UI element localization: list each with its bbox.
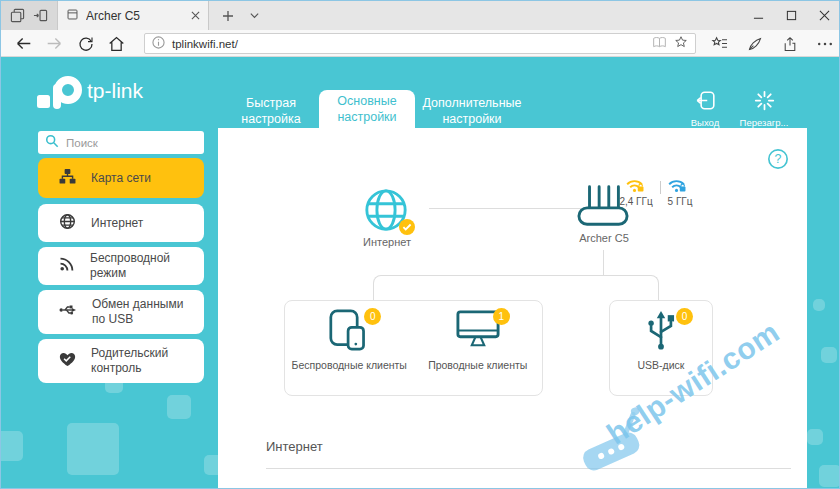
favorites-hub-icon[interactable] — [711, 36, 728, 51]
reading-view-icon[interactable] — [652, 35, 667, 53]
tab-basic-settings[interactable]: Основные настройки — [319, 90, 415, 128]
router-admin-page: tp-link Быстрая настройка Основные настр… — [1, 57, 840, 489]
sidebar-item-label: Обмен данными по USB — [92, 297, 204, 327]
reboot-button[interactable]: Перезагр... — [736, 90, 792, 128]
wired-clients-label: Проводные клиенты — [428, 359, 527, 372]
sidebar-item-parental-control[interactable]: Родительский контроль — [38, 339, 204, 383]
browser-tab-bar: Archer C5 — [1, 1, 840, 30]
band-5ghz-label: 5 ГГц — [662, 196, 698, 207]
svg-text:tp-link: tp-link — [87, 79, 144, 102]
network-map-icon — [59, 168, 76, 189]
parental-control-icon — [59, 352, 76, 371]
tab-preview-icon[interactable] — [10, 8, 25, 23]
wireless-clients-icon — [329, 309, 369, 355]
annotate-pen-icon[interactable] — [747, 36, 763, 52]
search-icon — [45, 134, 59, 152]
sidebar-item-network-map[interactable]: Карта сети — [38, 158, 204, 198]
decor-square — [807, 429, 823, 445]
window-controls — [742, 1, 840, 30]
decor-square — [821, 347, 837, 363]
chevron-down-icon[interactable] — [241, 1, 267, 30]
internet-node-label: Интернет — [337, 236, 437, 248]
wired-clients-button[interactable]: 1 Проводные клиенты — [414, 301, 543, 395]
logout-button[interactable]: Выход — [682, 90, 728, 128]
connector-bracket — [373, 275, 659, 301]
share-icon[interactable] — [782, 36, 798, 52]
sidebar-search[interactable] — [38, 131, 204, 154]
sidebar-item-label: Карта сети — [91, 171, 204, 186]
globe-icon — [59, 213, 76, 234]
tab-title: Archer C5 — [86, 9, 184, 23]
band-2-4ghz-label: 2,4 ГГц — [612, 196, 660, 207]
svg-text:?: ? — [775, 152, 782, 166]
site-info-icon[interactable] — [152, 35, 165, 53]
tab-close-icon[interactable] — [191, 11, 200, 20]
minimize-icon[interactable] — [742, 1, 775, 30]
router-icon — [577, 213, 629, 230]
decor-square — [1, 431, 23, 461]
maximize-icon[interactable] — [775, 1, 808, 30]
sidebar-item-label: Интернет — [91, 216, 204, 231]
url-text[interactable]: tplinkwifi.net/ — [172, 38, 645, 50]
usb-disk-count-badge: 0 — [676, 308, 693, 325]
router-node-label: Archer C5 — [554, 232, 654, 244]
wireless-clients-count-badge: 0 — [364, 308, 381, 325]
section-divider — [266, 468, 791, 469]
reboot-label: Перезагр... — [736, 117, 792, 128]
decor-square — [67, 423, 119, 475]
connector-line — [429, 208, 589, 209]
tab-quick-setup[interactable]: Быстрая настройка — [223, 95, 319, 128]
more-icon[interactable] — [817, 41, 833, 47]
reboot-icon — [754, 97, 775, 114]
search-input[interactable] — [66, 137, 220, 149]
network-map-panel: ? Интернет Archer C5 — [218, 128, 807, 489]
wired-clients-count-badge: 1 — [493, 308, 510, 325]
router-node[interactable] — [577, 183, 629, 231]
browser-nav-bar: tplinkwifi.net/ — [1, 30, 840, 57]
sidebar-item-usb-sharing[interactable]: Обмен данными по USB — [38, 290, 204, 334]
clients-card: 0 Беспроводные клиенты 1 Проводные клиен… — [284, 300, 543, 396]
sidebar-item-wireless[interactable]: Беспроводной режим — [38, 247, 204, 285]
close-icon[interactable] — [808, 1, 840, 30]
wifi-2-4ghz-icon — [625, 177, 644, 198]
decor-square — [813, 299, 825, 311]
forward-icon[interactable] — [46, 35, 63, 52]
connector-line — [603, 250, 604, 275]
sidebar-item-label: Беспроводной режим — [90, 251, 204, 281]
wireless-icon — [59, 256, 75, 276]
home-icon[interactable] — [108, 35, 125, 52]
sidebar-item-internet[interactable]: Интернет — [38, 204, 204, 242]
favorite-star-icon[interactable] — [674, 35, 688, 53]
new-tab-icon[interactable] — [215, 1, 241, 30]
section-title: Интернет — [266, 439, 323, 454]
sidebar-item-label: Родительский контроль — [91, 346, 204, 376]
wifi-5ghz-icon — [667, 177, 686, 198]
decor-square — [819, 465, 840, 487]
usb-icon — [59, 302, 77, 322]
address-bar[interactable]: tplinkwifi.net/ — [144, 33, 696, 54]
usb-disk-label: USB-диск — [638, 359, 685, 372]
logout-icon — [695, 97, 716, 114]
usb-disk-icon — [643, 309, 679, 355]
band-divider — [660, 181, 661, 194]
set-tabs-aside-icon[interactable] — [33, 8, 48, 23]
wireless-clients-button[interactable]: 0 Беспроводные клиенты — [285, 301, 414, 395]
browser-tab[interactable]: Archer C5 — [57, 1, 209, 30]
refresh-icon[interactable] — [78, 36, 94, 52]
back-icon[interactable] — [15, 35, 32, 52]
help-icon[interactable]: ? — [767, 148, 789, 170]
browser-window: Archer C5 — [0, 0, 840, 489]
decor-square — [167, 395, 191, 419]
tab-advanced-settings[interactable]: Дополнительные настройки — [417, 95, 527, 128]
tp-link-logo: tp-link — [31, 69, 181, 119]
page-icon — [66, 7, 79, 25]
tab-actions-group — [1, 1, 57, 30]
internet-node[interactable] — [363, 187, 409, 237]
wireless-clients-label: Беспроводные клиенты — [292, 359, 407, 372]
logout-label: Выход — [682, 117, 728, 128]
